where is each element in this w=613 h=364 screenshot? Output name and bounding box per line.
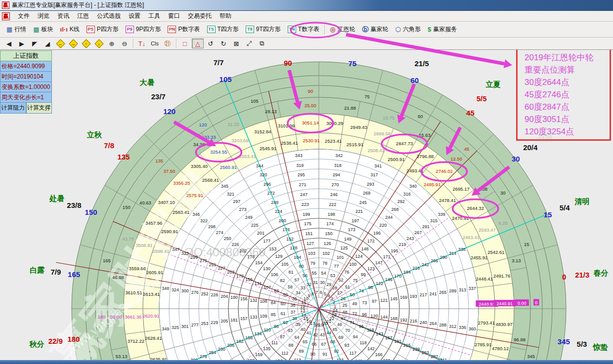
toolbar-tools: ◀▶◤◢←→↑↓⊕⊖T↓Cls㉑□△↺↻⊠⤢⧉	[0, 38, 613, 50]
svg-text:268: 268	[392, 207, 399, 212]
menu-item-8[interactable]: 交易委托	[184, 11, 216, 21]
diamond-left-icon[interactable]: ←	[54, 39, 66, 48]
svg-text:169: 169	[400, 295, 407, 300]
svg-text:大暑: 大暑	[139, 78, 154, 86]
rotate-cw-icon[interactable]: ↻	[218, 39, 229, 48]
triangle-tool-icon[interactable]: △	[192, 39, 204, 48]
svg-text:73: 73	[362, 300, 367, 305]
calendar-icon[interactable]: ㉑	[162, 39, 174, 48]
diamond-right-icon[interactable]: →	[67, 39, 79, 48]
svg-text:33: 33	[301, 285, 306, 290]
calc-resistance-button[interactable]: 计算阻力	[0, 103, 26, 114]
diamond-down-icon[interactable]: ↓	[93, 39, 105, 48]
calc-support-button[interactable]: 计算支撑	[26, 103, 52, 114]
svg-text:153: 153	[269, 246, 276, 251]
svg-text:43: 43	[320, 332, 325, 337]
svg-text:65: 65	[303, 339, 307, 344]
prev-arrow-icon[interactable]: ◀	[3, 39, 15, 48]
toolbar-button-P数字表[interactable]: PNP数字表	[164, 24, 203, 35]
svg-text:216: 216	[410, 319, 417, 324]
svg-text:312: 312	[449, 324, 456, 329]
toolbar-main: ▦行情▩板块ıl·ıK线PSP四方形P99P四方形PNP数字表TST四方形T99…	[0, 22, 613, 38]
svg-text:44: 44	[326, 330, 331, 335]
diamond-up-icon[interactable]: ↑	[80, 39, 92, 48]
t-drop-icon[interactable]: T↓	[136, 39, 148, 48]
toolbar-button-9P四方形[interactable]: P99P四方形	[122, 24, 165, 35]
svg-text:342: 342	[335, 153, 343, 158]
toolbar-label: 赢家轮	[371, 25, 389, 34]
square-tool-icon[interactable]: □	[179, 39, 191, 48]
svg-text:267: 267	[414, 230, 422, 235]
menu-item-2[interactable]: 资讯	[53, 11, 73, 21]
svg-text:2515.91: 2515.91	[347, 142, 363, 147]
svg-text:98: 98	[368, 285, 373, 290]
toolbar-button-9T四方形[interactable]: T99T四方形	[242, 24, 284, 35]
toolbar-button-K线[interactable]: ıl·ıK线	[57, 24, 83, 35]
svg-text:266: 266	[431, 258, 438, 263]
svg-text:245: 245	[359, 200, 367, 205]
menu-item-0[interactable]: 文件	[14, 11, 34, 21]
svg-text:252: 252	[201, 291, 208, 296]
svg-text:5/3: 5/3	[577, 340, 587, 348]
zoom-in-icon[interactable]: ⊕	[106, 39, 118, 48]
menu-item-6[interactable]: 工具	[144, 11, 164, 21]
toolbar-button-六角形[interactable]: ⬡六角形	[392, 24, 424, 35]
kline-icon: ıl·ı	[60, 26, 68, 33]
svg-text:278: 278	[200, 354, 207, 359]
rotate-ccw-icon[interactable]: ↺	[205, 39, 217, 48]
toolbar-button-江恩轮[interactable]: ◎江恩轮	[326, 24, 358, 35]
zoom-out-icon[interactable]: ⊖	[119, 39, 131, 48]
hexagon-icon: ⬡	[395, 26, 401, 33]
svg-text:7: 7	[315, 290, 318, 295]
menu-item-3[interactable]: 江恩	[73, 11, 93, 21]
gann-wheel-icon: ◎	[330, 26, 335, 33]
toolbar-button-P四方形[interactable]: PSP四方形	[83, 24, 122, 35]
svg-text:230: 230	[218, 347, 225, 352]
toolbar-button-板块[interactable]: ▩板块	[30, 24, 56, 35]
svg-text:158: 158	[245, 335, 253, 340]
menu-item-5[interactable]: 设置	[125, 11, 144, 21]
menu-item-9[interactable]: 帮助	[216, 11, 235, 21]
stock-info-panel: 上证指数 价格=2440.9099时间=20190104变换系数=1.00000…	[0, 50, 52, 114]
svg-text:277: 277	[191, 323, 199, 327]
next-arrow-icon[interactable]: ▶	[16, 39, 28, 48]
toolbar-button-行情[interactable]: ▦行情	[3, 24, 30, 35]
toolbar-button-赢家轮[interactable]: ⓑ赢家轮	[359, 24, 392, 35]
toolbar-button-T数字表[interactable]: TNT数字表	[284, 24, 323, 35]
toolbar-label: T四方形	[218, 25, 239, 34]
svg-text:47: 47	[341, 316, 346, 321]
svg-text:239: 239	[412, 347, 420, 352]
svg-text:275: 275	[200, 258, 207, 263]
cursor-up-icon[interactable]: ◤	[29, 39, 41, 48]
svg-text:324: 324	[172, 287, 179, 292]
svg-text:191: 191	[394, 339, 401, 344]
svg-text:48: 48	[343, 310, 348, 315]
svg-text:88: 88	[288, 343, 293, 348]
svg-text:251: 251	[209, 262, 216, 267]
toolbar-label: K线	[70, 25, 80, 34]
svg-text:60: 60	[410, 76, 419, 84]
svg-text:28.13: 28.13	[265, 109, 277, 114]
cursor-down-icon[interactable]: ◢	[42, 39, 53, 48]
toolbar-button-赢家服务[interactable]: $赢家服务	[424, 24, 460, 35]
svg-text:254: 254	[209, 350, 216, 355]
menu-item-7[interactable]: 窗口	[164, 11, 184, 21]
toolbar-label: 9T四方形	[256, 25, 281, 34]
menu-item-1[interactable]: 浏览	[34, 11, 53, 21]
shrink-icon[interactable]: ⤢	[243, 39, 255, 48]
svg-text:2491.76: 2491.76	[493, 273, 510, 279]
menu-item-4[interactable]: 公式选股	[93, 11, 125, 21]
svg-text:246: 246	[330, 192, 338, 197]
boxed-x-icon[interactable]: ⊠	[230, 39, 242, 48]
svg-text:28: 28	[332, 285, 337, 290]
svg-text:46.88: 46.88	[112, 275, 124, 280]
cls-button[interactable]: Cls	[149, 39, 161, 48]
svg-text:2568.41: 2568.41	[202, 177, 219, 183]
svg-text:203: 203	[227, 270, 234, 275]
svg-text:130: 130	[263, 266, 270, 271]
svg-text:2538.41: 2538.41	[281, 140, 298, 146]
toolbar-button-T四方形[interactable]: TST四方形	[204, 24, 242, 35]
svg-text:81: 81	[288, 270, 293, 275]
svg-text:201: 201	[257, 231, 264, 236]
screen-icon[interactable]: ⧉	[256, 39, 268, 48]
